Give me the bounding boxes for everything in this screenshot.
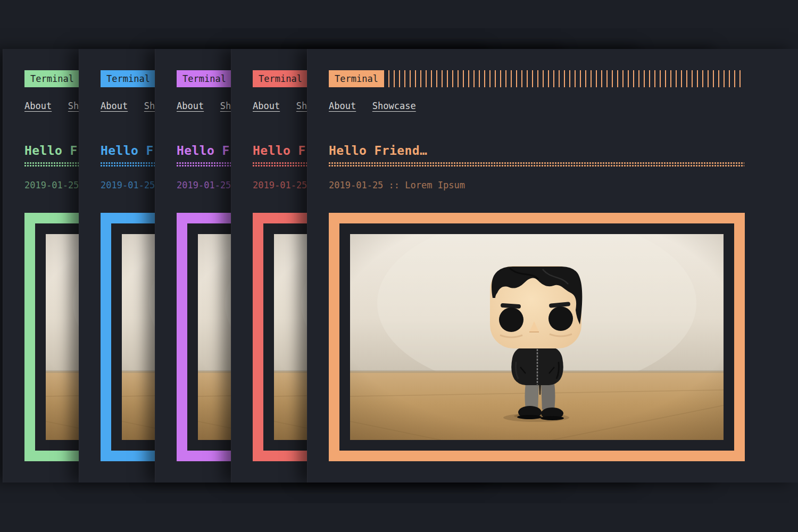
site-logo-badge[interactable]: Terminal [253,70,308,87]
funko-figure-photo [350,234,724,440]
site-header: Terminal [329,70,744,87]
site-logo-badge[interactable]: Terminal [24,70,80,87]
post-title: Hello Friend… [329,143,744,158]
site-logo-badge[interactable]: Terminal [101,70,156,87]
desktop-background: Terminal About Showcase Hello Friend… 20… [0,0,798,532]
post-panel-orange: Terminal About Showcase Hello Friend… 20… [307,49,798,483]
main-nav: About Showcase [329,101,744,111]
header-bars-decoration [388,70,744,87]
post-meta: 2019-01-25 :: Lorem Ipsum [329,180,744,190]
nav-about-link[interactable]: About [24,101,52,111]
nav-about-link[interactable]: About [253,101,280,111]
nav-showcase-link[interactable]: Showcase [372,101,416,111]
site-logo-badge[interactable]: Terminal [177,70,232,87]
nav-about-link[interactable]: About [101,101,128,111]
post-image-frame [329,213,745,461]
site-logo-badge[interactable]: Terminal [329,70,384,87]
title-dotted-divider [329,162,744,167]
nav-about-link[interactable]: About [177,101,204,111]
nav-about-link[interactable]: About [329,101,356,111]
